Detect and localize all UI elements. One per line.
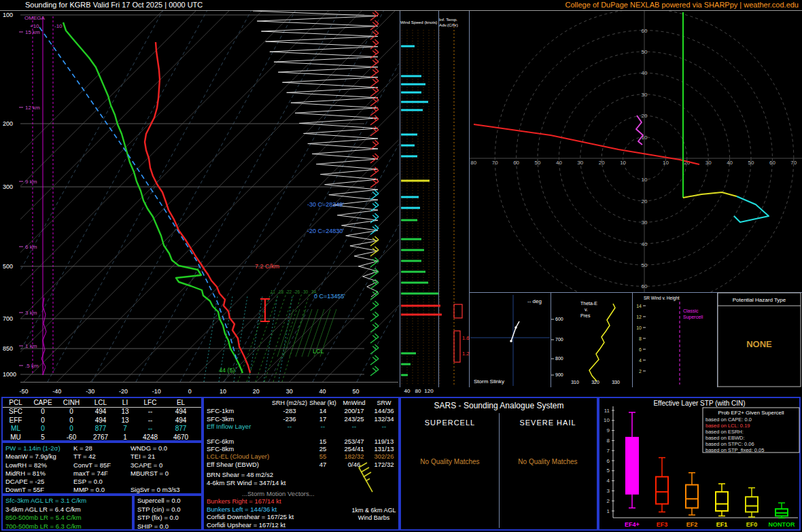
kinematics-cell: 119/13 (370, 438, 398, 445)
kinematics-cell: -- (307, 423, 338, 430)
pcl-cell: EFF (3, 416, 29, 425)
svg-text:30: 30 (642, 92, 648, 98)
sars-hail-header: SEVERE HAIL (499, 419, 597, 427)
kinematics-cell: 132/34 (370, 415, 398, 423)
svg-text:500: 500 (3, 263, 13, 270)
wind-barb-caption: 1km & 6km AGL Wind Barbs (349, 507, 398, 522)
pcl-cell: 2767 (86, 433, 116, 442)
thermo-cell: ConvT = 85F (73, 461, 130, 469)
svg-text:14: 14 (636, 304, 642, 308)
svg-text:50: 50 (535, 160, 541, 166)
svg-text:310: 310 (571, 380, 579, 385)
kinematics-cell: 17 (307, 415, 338, 423)
pcl-cell: 0 (29, 416, 57, 425)
thermo-cell: K = 28 (73, 444, 130, 453)
kinematics-cell: -236 (272, 415, 307, 423)
svg-text:20: 20 (642, 198, 648, 205)
svg-text:10: 10 (663, 160, 669, 166)
kinematics-header-cell: Shear (kt) (307, 400, 338, 407)
thermo-cell: 3CAPE = 0 (130, 461, 201, 469)
kinematics-row: SFC-1km-28314200/17144/36 (204, 407, 398, 414)
temp-adv-panel: Inf. Temp.Adv.(C/hr)1.61.2 (439, 17, 469, 385)
thermo-cell: TEI = 21 (130, 453, 201, 461)
kinematics-cell (272, 453, 307, 460)
thermo-row: MeanW = 7.9g/kgTT = 42TEI = 21 (3, 453, 201, 461)
pcl-header-cell: CAPE (29, 399, 57, 407)
svg-text:30: 30 (577, 160, 583, 166)
pcl-cell: 4670 (166, 433, 196, 442)
thermo-row: MidRH = 81%maxT = 74FMBURST = 0 (3, 469, 201, 478)
pcl-cell: 0 (29, 408, 57, 416)
kinematics-cell: Eff Inflow Layer (204, 423, 272, 430)
svg-text:12: 12 (636, 315, 642, 319)
svg-text:1 km: 1 km (25, 343, 37, 349)
pcl-row: EFF0049413--494 (3, 416, 201, 425)
kinematics-cell: 254/41 (338, 445, 370, 453)
kinematics-cell (272, 445, 307, 453)
svg-text:1.6: 1.6 (462, 335, 469, 341)
sars-title: SARS - Sounding Analogue System (401, 401, 597, 410)
svg-text:70: 70 (790, 160, 797, 166)
pcl-header-cell: CINH (57, 399, 86, 407)
svg-text:600: 600 (555, 317, 563, 321)
composite-indices-panel: Supercell = 0.0STP (cin) = 0.0STP (fix) … (133, 495, 203, 531)
svg-text:-30: -30 (86, 388, 94, 395)
svg-text:Adv.(C/hr): Adv.(C/hr) (439, 22, 458, 27)
thermo-cell: DownT = 55F (5, 486, 73, 494)
kinematics-cell: Eff Shear (EBWD) (204, 461, 272, 468)
storm-slinky-panel: -- degStorm Slinky (470, 295, 550, 386)
svg-text:330: 330 (612, 380, 620, 385)
skewt-traces (39, 11, 378, 373)
svg-text:8: 8 (639, 336, 642, 341)
kinematics-row: SFC-6km15253/47119/13 (204, 438, 398, 445)
svg-text:40: 40 (404, 388, 411, 394)
svg-text:80: 80 (470, 160, 476, 166)
stp-boxplot-panel (598, 397, 801, 531)
svg-text:40: 40 (556, 160, 562, 166)
svg-text:12 km: 12 km (25, 105, 40, 111)
lapse-rate-panel: Sfc-3km AGL LR = 3.1 C/km3-6km AGL LR = … (1, 495, 133, 531)
storm-motion-row: Corfidi Upshear = 167/12 kt (204, 521, 398, 529)
pcl-cell: SFC (3, 408, 29, 416)
wind-barb-caption-line2: Wind Barbs (349, 514, 398, 522)
thermo-row: PW = 1.14in (1-2σ)K = 28WNDG = 0.0 (3, 444, 201, 453)
svg-text:OMEGA: OMEGA (24, 15, 45, 21)
svg-text:26: 26 (295, 289, 300, 294)
kinematics-row: SFC-3km-23617243/25132/34 (204, 415, 398, 423)
kinematics-cell: 200/17 (338, 407, 370, 414)
svg-text:60: 60 (642, 28, 648, 34)
pcl-header-cell: LI (116, 399, 135, 407)
pcl-cell: -- (135, 416, 166, 425)
svg-text:30: 30 (705, 160, 712, 166)
svg-text:Supercell: Supercell (683, 315, 703, 320)
parcel-table-panel: PCLCAPECINHLCLLILFCELSFC0049413--494EFF0… (1, 397, 203, 442)
pcl-cell: ML (3, 425, 29, 433)
svg-text:10: 10 (636, 325, 642, 330)
svg-text:50: 50 (642, 49, 648, 55)
thermo-cell: MBURST = 0 (130, 469, 201, 478)
svg-text:10: 10 (642, 177, 648, 183)
svg-text:Potential Hazard Type: Potential Hazard Type (733, 297, 786, 303)
svg-text:v.: v. (585, 307, 588, 312)
pcl-cell: 494 (86, 416, 116, 425)
thermo-cell: maxT = 74F (73, 469, 130, 478)
index-row: STP (fix) = 0.0 (135, 514, 201, 522)
svg-text:20: 20 (253, 388, 260, 395)
svg-text:40: 40 (319, 388, 326, 395)
pcl-cell: 494 (86, 408, 116, 416)
svg-text:40: 40 (727, 160, 733, 166)
pcl-cell: 877 (86, 425, 116, 433)
pcl-header-cell: LFC (135, 399, 166, 407)
svg-text:+10: +10 (30, 23, 39, 29)
svg-text:LCL: LCL (313, 348, 324, 355)
svg-text:80: 80 (415, 388, 421, 394)
svg-text:7.2 C/km: 7.2 C/km (255, 263, 279, 270)
kinematics-cell: 0/46 (338, 461, 370, 468)
temperature-trace (145, 42, 250, 373)
kinematics-cell: 144/36 (370, 407, 398, 414)
lapse-rate-row: 700-500mb LR = 6.3 C/km (3, 522, 132, 531)
kinematics-cell (272, 438, 307, 445)
svg-text:320: 320 (591, 380, 599, 385)
svg-text:700: 700 (555, 337, 563, 342)
thermo-cell: ESP = 0.0 (73, 478, 130, 486)
